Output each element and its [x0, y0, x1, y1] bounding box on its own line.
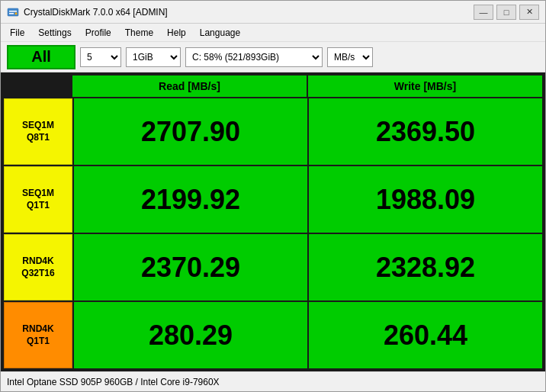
menu-help[interactable]: Help: [161, 26, 192, 40]
label-col-header: [4, 76, 72, 97]
unit-select[interactable]: MB/s GB/s IOPS μs: [327, 47, 373, 67]
maximize-button[interactable]: □: [496, 5, 516, 20]
table-row: RND4KQ32T16 2370.29 2328.92: [4, 234, 542, 300]
menu-profile[interactable]: Profile: [79, 26, 117, 40]
app-icon: [7, 6, 19, 18]
table-row: RND4KQ1T1 280.29 260.44: [4, 302, 542, 368]
close-button[interactable]: ✕: [519, 5, 539, 20]
table-row: SEQ1MQ8T1 2707.90 2369.50: [4, 98, 542, 165]
drive-select[interactable]: C: 58% (521/893GiB): [185, 47, 323, 67]
menu-file[interactable]: File: [4, 26, 31, 40]
rnd4k-q1t1-write: 260.44: [309, 302, 542, 368]
benchmark-area: Read [MB/s] Write [MB/s] SEQ1MQ8T1 2707.…: [1, 72, 545, 371]
row-label-rnd4k-q1t1: RND4KQ1T1: [4, 302, 72, 368]
menu-settings[interactable]: Settings: [32, 26, 77, 40]
menu-theme[interactable]: Theme: [119, 26, 159, 40]
svg-rect-2: [9, 13, 14, 14]
svg-rect-0: [8, 8, 18, 16]
row-label-seq1m-q1t1: SEQ1MQ1T1: [4, 166, 72, 233]
seq1m-q1t1-write: 1988.09: [309, 166, 542, 233]
column-headers: Read [MB/s] Write [MB/s]: [4, 76, 542, 97]
main-window: CrystalDiskMark 7.0.0 x64 [ADMIN] — □ ✕ …: [0, 0, 546, 392]
rnd4k-q1t1-read: 280.29: [74, 302, 307, 368]
write-header: Write [MB/s]: [308, 76, 542, 97]
row-label-rnd4k-q32t16: RND4KQ32T16: [4, 234, 72, 300]
footer: Intel Optane SSD 905P 960GB / Intel Core…: [1, 371, 545, 391]
count-select[interactable]: 5 1 3 9 All: [80, 47, 121, 67]
rnd4k-q32t16-write: 2328.92: [309, 234, 542, 300]
size-select[interactable]: 1GiB 512MiB 2GiB 4GiB 8GiB: [126, 47, 181, 67]
menubar: File Settings Profile Theme Help Languag…: [1, 24, 545, 42]
menu-language[interactable]: Language: [194, 26, 246, 40]
row-label-seq1m-q8t1: SEQ1MQ8T1: [4, 98, 72, 165]
minimize-button[interactable]: —: [474, 5, 493, 20]
all-button[interactable]: All: [7, 45, 75, 69]
footer-text: Intel Optane SSD 905P 960GB / Intel Core…: [7, 377, 220, 387]
toolbar: All 5 1 3 9 All 1GiB 512MiB 2GiB 4GiB 8G…: [1, 42, 545, 72]
titlebar-controls: — □ ✕: [474, 5, 539, 20]
titlebar: CrystalDiskMark 7.0.0 x64 [ADMIN] — □ ✕: [1, 1, 545, 24]
read-header: Read [MB/s]: [72, 76, 307, 97]
svg-rect-1: [9, 11, 17, 12]
svg-point-3: [15, 12, 18, 14]
seq1m-q1t1-read: 2199.92: [74, 166, 307, 233]
titlebar-left: CrystalDiskMark 7.0.0 x64 [ADMIN]: [7, 6, 168, 18]
seq1m-q8t1-read: 2707.90: [74, 98, 307, 165]
seq1m-q8t1-write: 2369.50: [309, 98, 542, 165]
rnd4k-q32t16-read: 2370.29: [74, 234, 307, 300]
window-title: CrystalDiskMark 7.0.0 x64 [ADMIN]: [24, 7, 168, 18]
table-row: SEQ1MQ1T1 2199.92 1988.09: [4, 166, 542, 233]
